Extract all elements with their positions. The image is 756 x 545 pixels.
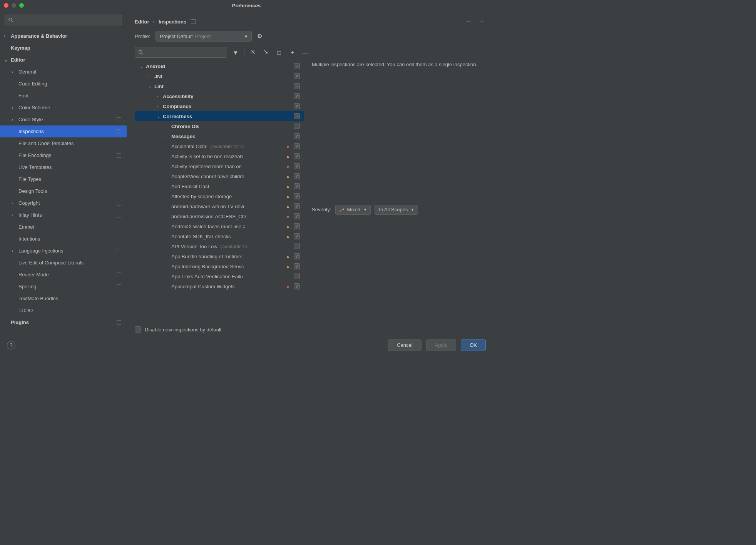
project-scope-icon bbox=[117, 201, 121, 206]
sidebar-item[interactable]: Design Tools bbox=[0, 185, 127, 197]
sidebar-item[interactable]: Intentions bbox=[0, 233, 127, 245]
inspection-checkbox[interactable] bbox=[294, 253, 300, 260]
inspection-checkbox[interactable] bbox=[294, 213, 300, 220]
inspection-tree-item[interactable]: Appcompat Custom Widgets● bbox=[135, 281, 304, 291]
expand-all-icon[interactable]: ⇱ bbox=[248, 49, 258, 56]
inspection-tree-item[interactable]: ›Accessibility bbox=[135, 91, 304, 101]
inspection-checkbox[interactable] bbox=[294, 273, 300, 280]
apply-button[interactable]: Apply bbox=[426, 339, 457, 351]
ok-button[interactable]: OK bbox=[461, 339, 486, 351]
gear-icon[interactable]: ⚙ bbox=[257, 33, 262, 40]
inspection-tree-item[interactable]: Activity registered more than on● bbox=[135, 161, 304, 171]
inspection-tree-item[interactable]: Add Explicit Cast▲ bbox=[135, 181, 304, 191]
profile-select[interactable]: Project Default Project ▾ bbox=[156, 31, 252, 42]
inspection-checkbox[interactable] bbox=[294, 233, 300, 240]
inspection-tree-item[interactable]: App Indexing Background Servic▲ bbox=[135, 261, 304, 271]
sidebar-item[interactable]: ›Language Injections bbox=[0, 245, 127, 257]
cancel-button[interactable]: Cancel bbox=[388, 339, 421, 351]
inspection-checkbox[interactable] bbox=[294, 223, 300, 230]
sidebar-item-label: Intentions bbox=[18, 236, 127, 242]
inspection-tree-item[interactable]: ⌄Android bbox=[135, 61, 304, 71]
inspection-checkbox[interactable] bbox=[294, 263, 300, 270]
inspection-tree-item[interactable]: Affected by scoped storage▲ bbox=[135, 191, 304, 201]
inspections-search-input[interactable] bbox=[135, 47, 227, 58]
sidebar-item[interactable]: Spelling bbox=[0, 281, 127, 293]
inspection-checkbox[interactable] bbox=[294, 73, 300, 80]
inspection-checkbox[interactable] bbox=[294, 143, 300, 150]
inspection-tree-item[interactable]: ›JNI bbox=[135, 71, 304, 81]
sidebar-search-input[interactable] bbox=[5, 15, 122, 25]
inspection-checkbox[interactable] bbox=[294, 153, 300, 160]
inspection-tree-item[interactable]: android.permission.ACCESS_CO● bbox=[135, 211, 304, 221]
inspection-checkbox[interactable] bbox=[294, 63, 300, 69]
inspection-checkbox[interactable] bbox=[294, 203, 300, 210]
scope-select[interactable]: In All Scopes ▾ bbox=[375, 205, 418, 215]
chevron-icon: › bbox=[165, 124, 171, 129]
nav-forward-button[interactable]: → bbox=[478, 18, 485, 25]
add-icon[interactable]: ＋ bbox=[288, 49, 297, 56]
close-window-button[interactable] bbox=[4, 3, 8, 8]
inspection-checkbox[interactable] bbox=[294, 83, 300, 89]
inspection-tree-item[interactable]: AndroidX watch faces must use a▲ bbox=[135, 221, 304, 231]
inspection-tree-item[interactable]: ⌄Correctness bbox=[135, 111, 304, 121]
inspection-checkbox[interactable] bbox=[294, 173, 300, 180]
sidebar-item[interactable]: Code Editing bbox=[0, 78, 127, 90]
collapse-all-icon[interactable]: ⇲ bbox=[261, 49, 271, 56]
sidebar-item[interactable]: ›Code Style bbox=[0, 114, 127, 125]
sidebar-item[interactable]: Reader Mode bbox=[0, 269, 127, 281]
inspection-tree-item[interactable]: API Version Too Low (available fo bbox=[135, 241, 304, 251]
inspection-checkbox[interactable] bbox=[294, 243, 300, 250]
inspection-checkbox[interactable] bbox=[294, 133, 300, 140]
inspection-tree-item[interactable]: App Bundle handling of runtime l▲ bbox=[135, 251, 304, 261]
inspection-checkbox[interactable] bbox=[294, 93, 300, 100]
inspection-checkbox[interactable] bbox=[294, 283, 300, 290]
breadcrumb-root[interactable]: Editor bbox=[135, 19, 149, 25]
disable-new-inspections-checkbox[interactable] bbox=[135, 326, 141, 333]
sidebar-item[interactable]: File Types bbox=[0, 173, 127, 185]
inspections-tree[interactable]: ⌄Android›JNI⌄Lint›Accessibility›Complian… bbox=[135, 61, 304, 320]
inspection-tree-item[interactable]: ›Chrome OS bbox=[135, 121, 304, 131]
inspection-checkbox[interactable] bbox=[294, 113, 300, 119]
inspection-tree-item[interactable]: Activity is set to be non resizeab▲ bbox=[135, 151, 304, 161]
help-button[interactable]: ? bbox=[7, 341, 15, 349]
sidebar-item[interactable]: Inspections bbox=[0, 125, 127, 137]
inspection-tree-item[interactable]: Annotate SDK_INT checks▲ bbox=[135, 231, 304, 241]
inspection-tree-item[interactable]: Accidental Octal (available for C● bbox=[135, 141, 304, 151]
inspection-checkbox[interactable] bbox=[294, 103, 300, 110]
inspection-checkbox[interactable] bbox=[294, 123, 300, 130]
inspection-tree-item[interactable]: App Links Auto Verification Failu bbox=[135, 271, 304, 281]
nav-back-button[interactable]: ← bbox=[466, 18, 472, 25]
sidebar-item[interactable]: ›Color Scheme bbox=[0, 102, 127, 114]
inspection-tree-item[interactable]: ›Messages bbox=[135, 131, 304, 141]
remove-icon[interactable]: — bbox=[301, 49, 310, 56]
zoom-window-button[interactable] bbox=[19, 3, 24, 8]
sidebar-item[interactable]: Font bbox=[0, 90, 127, 102]
sidebar-item[interactable]: Plugins bbox=[0, 316, 127, 328]
error-icon: ● bbox=[285, 164, 291, 169]
sidebar-item[interactable]: ›Inlay Hints bbox=[0, 209, 127, 221]
inspection-tree-item[interactable]: ⌄Lint bbox=[135, 81, 304, 91]
sidebar-item[interactable]: ⌄Editor bbox=[0, 54, 127, 66]
filter-icon[interactable]: ▼ bbox=[231, 49, 240, 56]
inspection-checkbox[interactable] bbox=[294, 163, 300, 170]
sidebar-item[interactable]: File Encodings bbox=[0, 149, 127, 161]
sidebar-item[interactable]: ›Copyright bbox=[0, 197, 127, 209]
sidebar-item[interactable]: ›Appearance & Behavior bbox=[0, 30, 127, 42]
inspection-checkbox[interactable] bbox=[294, 193, 300, 200]
inspection-tree-item[interactable]: AdapterView cannot have childre▲ bbox=[135, 171, 304, 181]
sidebar-item[interactable]: ›General bbox=[0, 66, 127, 78]
sidebar-item[interactable]: Emmet bbox=[0, 221, 127, 233]
inspection-tree-item[interactable]: ›Compliance bbox=[135, 101, 304, 111]
sidebar-item[interactable]: Keymap bbox=[0, 42, 127, 54]
sidebar-item[interactable]: Live Edit of Compose Literals bbox=[0, 257, 127, 269]
reset-icon[interactable]: □ bbox=[274, 49, 284, 56]
inspection-tree-item[interactable]: android.hardware.wifi on TV devi▲ bbox=[135, 201, 304, 211]
sidebar-item[interactable]: TextMate Bundles bbox=[0, 293, 127, 304]
sidebar-item-label: Keymap bbox=[11, 45, 127, 51]
inspection-checkbox[interactable] bbox=[294, 183, 300, 190]
sidebar-item[interactable]: File and Code Templates bbox=[0, 137, 127, 149]
sidebar-item[interactable]: Live Templates bbox=[0, 161, 127, 173]
minimize-window-button[interactable] bbox=[12, 3, 16, 8]
severity-select[interactable]: ●▲ Mixed ▾ bbox=[335, 205, 371, 215]
sidebar-item[interactable]: TODO bbox=[0, 304, 127, 316]
